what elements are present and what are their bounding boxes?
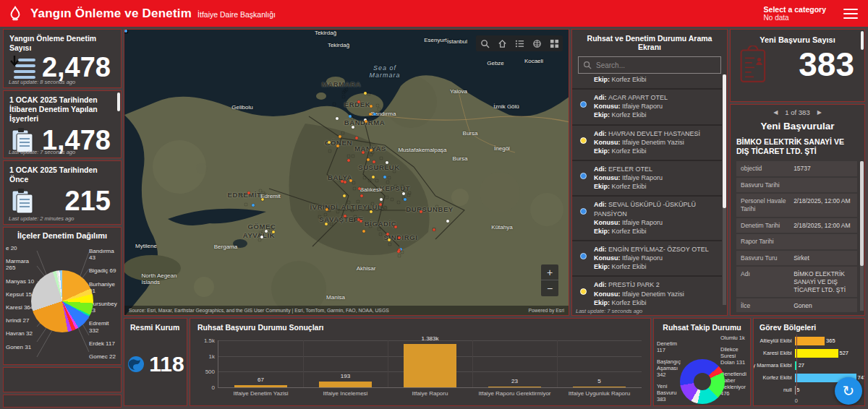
basemap-grid-icon[interactable] [545, 35, 563, 51]
list-scrollbar[interactable] [723, 74, 726, 305]
x-axis-label: Itfaiye Denetim Yazisi [233, 390, 288, 397]
count-card-yeni-basvuru: Yeni Başvuru Sayısı 383 [730, 29, 865, 102]
y-axis-tick: 1.5k [204, 337, 215, 344]
category-value: No data [764, 14, 826, 22]
search-input[interactable] [596, 61, 705, 69]
y-axis-tick: 0 [212, 384, 215, 391]
list-item[interactable]: Adi: PRESTİJ PARK 2Konusu: Itfaiye Denet… [572, 277, 722, 306]
map-attribution: Source: Esri, Maxar, Earthstar Geographi… [124, 306, 569, 315]
x-axis-label: Itfaiye Incelemesi [323, 390, 368, 397]
panel-title: Ruhsat ve Denetim Durumu Arama Ekranı [572, 30, 727, 55]
stat-value: 215 [65, 187, 111, 215]
record-title: BİMKO ELEKTRİK SANAYİ VE DIŞ TİCARET LTD… [731, 136, 864, 161]
list-item[interactable]: Adi: EFELER OTELKonusu: Itfaiye RaporuEk… [572, 161, 722, 197]
bar-1[interactable] [319, 382, 372, 387]
page-subtitle: İtfaiye Daire Başkanlığı [197, 10, 276, 19]
hbar-value-label: 527 [838, 350, 849, 356]
hbar-category-label: Altieylül Ekibi [760, 337, 794, 344]
bar-3[interactable] [488, 387, 541, 387]
empty-card [3, 367, 122, 392]
list-item[interactable]: Adi: ACAR APART OTELKonusu: Itfaiye Rapo… [572, 90, 722, 125]
y-axis-tick: 1k [209, 353, 215, 359]
scrollbar-thumb[interactable] [117, 92, 120, 111]
detail-row: Rapor Tarihi [736, 234, 857, 249]
map-markers [124, 30, 569, 315]
pie-legend-item: e 20 [6, 245, 38, 251]
pie-legend-item: Bandırma 43 [89, 248, 119, 261]
marker-blue-icon [580, 253, 587, 259]
hbar-category-label: Karesi Ekibi [763, 350, 795, 356]
stat-card-resmi-kurum: Resmi Kurum 118 [124, 318, 187, 406]
marker-blue-icon [580, 173, 587, 179]
last-update: Last update: 7 seconds ago [9, 149, 75, 155]
bar-value-label: 5 [597, 378, 600, 384]
bar-4[interactable] [573, 387, 626, 387]
layers-icon[interactable] [528, 35, 545, 51]
marker-blue-icon [580, 101, 587, 108]
axis-tick-zero: 0 [795, 397, 798, 404]
marker-yellow-icon [580, 137, 587, 144]
last-update: Last update: 7 seconds ago [576, 308, 728, 314]
hbar-1[interactable] [795, 349, 838, 358]
stat-value: 383 [799, 48, 854, 81]
scrollbar-thumb[interactable] [861, 31, 864, 50]
menu-hamburger-icon[interactable] [843, 9, 858, 19]
last-update: Last update: 8 seconds ago [9, 79, 75, 85]
bar-0[interactable] [234, 385, 287, 387]
globe-icon [127, 355, 145, 374]
details-scrollbar[interactable] [860, 161, 864, 311]
list-item[interactable]: Adi: SEVAL ÜSKÜPLÜ -ÜSKÜPLÜ PANSİYONKonu… [572, 197, 722, 241]
refresh-button[interactable]: ↻ [835, 377, 862, 405]
hbar-value-label: 365 [825, 337, 835, 344]
search-icon [583, 61, 592, 69]
hbar-value-label: 27 [797, 362, 804, 369]
map-panel[interactable]: Sea ofMarmaraMARMARAERDEKBANDIRMAGÖNENMA… [124, 29, 569, 316]
stat-value: 2,478 [42, 53, 111, 81]
zoom-in-button[interactable]: + [541, 264, 558, 280]
pie-card-ilceler: İlçeler Denetim Dağılımı e 20Marmara 265… [3, 227, 122, 365]
list-item[interactable]: Ekip: Korfez Ekibi [572, 74, 722, 90]
marker-yellow-icon [580, 288, 587, 295]
empty-card [3, 395, 122, 408]
panel-title: Yeni Başvurular [731, 116, 864, 136]
detail-row: Basvuru Tarihi [736, 178, 857, 193]
stat-card-denetim-sayisi: Yangın Önleme Denetim Sayısı 2,478 Last … [3, 29, 122, 88]
search-icon[interactable] [476, 35, 493, 51]
chart-title: Görev Bölgeleri [754, 319, 864, 335]
list-item[interactable]: Adi: ENGİN ERYİLMAZ- ÖZSOY OTELKonusu: I… [572, 241, 722, 277]
pie-legend-item: Ivrindi 27 [6, 317, 38, 324]
donut-legend-right: Olumlu 1kDilekce Suresi Dolan 131Denetle… [720, 335, 748, 402]
donut-legend-item: Dilekce Suresi Dolan 131 [720, 346, 748, 366]
chart-title: Ruhsat Takip Durumu [654, 319, 750, 333]
search-box[interactable] [578, 56, 721, 74]
hbar-category-label: Korfez Ekibi [763, 374, 795, 381]
pie-legend-item: Marmara 265 [6, 258, 38, 271]
bar-chart[interactable]: 05001k1.5k67Itfaiye Denetim Yazisi193Itf… [218, 340, 642, 388]
stat-title: Yangın Önleme Denetim Sayısı [9, 34, 115, 53]
pie-legend-item: Havran 32 [6, 330, 38, 337]
donut-legend-item: Denetlendi Haber Bekleniyor 476 [720, 371, 748, 397]
stat-value: 118 [149, 352, 184, 376]
bar-2[interactable] [404, 344, 456, 387]
legend-icon[interactable] [511, 35, 528, 51]
bar-value-label: 1.383k [421, 335, 438, 342]
pie-legend-right: Bandırma 43Bigadiç 69Burhaniye 91Dursunb… [89, 248, 119, 365]
axis-line [796, 335, 797, 395]
detail-row: objectid15737 [736, 161, 857, 176]
pie-legend-item: Bigadiç 69 [89, 267, 119, 274]
home-icon[interactable] [493, 35, 511, 51]
bar-value-label: 23 [511, 378, 518, 384]
page-indicator: 1 of 383 [785, 108, 809, 116]
prev-page-icon[interactable]: ◀ [773, 109, 778, 116]
list-item[interactable]: Adi: HAVRAN DEVLET HASTANESİKonusu: Itfa… [572, 126, 722, 161]
pie-chart[interactable] [31, 270, 93, 332]
pie-legend-item: Dursunbey 13 [89, 301, 119, 314]
donut-chart[interactable] [680, 359, 725, 404]
hbar-0[interactable] [795, 337, 825, 345]
app-logo-icon [7, 6, 23, 22]
stat-title: 1 OCAK 2025 Tarihinden Önce [9, 165, 115, 184]
category-selector[interactable]: Select a category No data [764, 5, 826, 22]
zoom-out-button[interactable]: − [541, 280, 558, 296]
next-page-icon[interactable]: ▶ [817, 109, 822, 116]
hbar-category-label: null [783, 387, 795, 393]
